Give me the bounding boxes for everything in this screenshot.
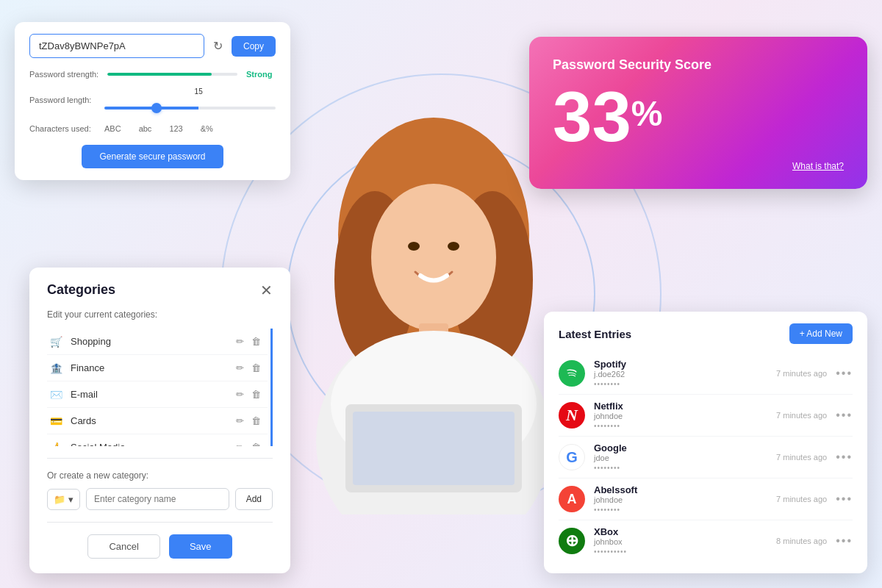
- strength-label: Password strength:: [29, 70, 98, 79]
- cancel-button[interactable]: Cancel: [87, 534, 159, 559]
- xbox-password-dots: ••••••••••: [594, 548, 776, 556]
- char-option-lower: abc: [139, 124, 152, 133]
- category-item-finance: 🏦 Finance ✏ 🗑: [47, 355, 268, 381]
- google-time: 7 minutes ago: [776, 453, 827, 462]
- add-new-button[interactable]: + Add New: [789, 323, 853, 344]
- category-list: 🛒 Shopping ✏ 🗑 🏦 Finance ✏ 🗑 ✉️ E-mail ✏…: [47, 329, 273, 446]
- chars-label: Characters used:: [29, 124, 96, 133]
- save-button[interactable]: Save: [169, 534, 232, 559]
- abelssoft-password-dots: ••••••••: [594, 506, 776, 514]
- edit-email-button[interactable]: ✏: [232, 387, 248, 401]
- add-category-button[interactable]: Add: [235, 488, 273, 510]
- entries-title: Latest Entries: [559, 328, 631, 340]
- footer-divider: [47, 522, 273, 523]
- category-name-social: Social Media: [71, 442, 232, 446]
- social-icon: 👍: [50, 442, 63, 447]
- entry-item-netflix: N Netflix johndoe •••••••• 7 minutes ago…: [559, 395, 853, 437]
- what-is-that-link[interactable]: What is that?: [553, 161, 844, 171]
- entries-header: Latest Entries + Add New: [559, 323, 853, 344]
- char-option-num: 123: [169, 124, 182, 133]
- icon-picker[interactable]: 📁 ▾: [47, 489, 80, 510]
- edit-shopping-button[interactable]: ✏: [232, 334, 248, 348]
- abelssoft-logo: A: [559, 486, 585, 512]
- xbox-name: XBox: [594, 526, 776, 537]
- category-name-shopping: Shopping: [71, 336, 232, 347]
- spotify-user: j.doe262: [594, 370, 776, 379]
- netflix-name: Netflix: [594, 401, 776, 412]
- spotify-logo: [559, 360, 585, 387]
- slider-value-label: 15: [195, 87, 203, 96]
- spotify-time: 7 minutes ago: [776, 369, 827, 378]
- netflix-logo: N: [559, 402, 585, 429]
- modal-close-button[interactable]: ✕: [260, 283, 273, 298]
- google-more-button[interactable]: •••: [836, 451, 853, 464]
- abelssoft-time: 7 minutes ago: [776, 495, 827, 503]
- strength-bar: [107, 73, 237, 76]
- google-info: Google jdoe ••••••••: [594, 442, 776, 472]
- delete-email-button[interactable]: 🗑: [248, 387, 265, 401]
- delete-cards-button[interactable]: 🗑: [248, 414, 265, 428]
- finance-icon: 🏦: [50, 362, 63, 374]
- modal-title: Categories: [47, 282, 115, 298]
- delete-shopping-button[interactable]: 🗑: [248, 334, 265, 348]
- xbox-user: johnbox: [594, 537, 776, 546]
- divider: [47, 458, 273, 459]
- delete-social-button[interactable]: 🗑: [248, 440, 265, 446]
- new-category-row: 📁 ▾ Add: [47, 488, 273, 510]
- edit-finance-button[interactable]: ✏: [232, 361, 248, 375]
- entry-item-xbox: ⊕ XBox johnbox •••••••••• 8 minutes ago …: [559, 520, 853, 562]
- score-number: 33%: [553, 82, 844, 152]
- shopping-icon: 🛒: [50, 336, 63, 348]
- edit-social-button[interactable]: ✏: [232, 440, 248, 446]
- categories-modal: Categories ✕ Edit your current categorie…: [29, 268, 290, 573]
- category-item-cards: 💳 Cards ✏ 🗑: [47, 408, 268, 434]
- category-name-email: E-mail: [71, 389, 232, 400]
- password-generator-card: tZDav8yBWNPe7pA ↻ Copy Password strength…: [15, 22, 290, 180]
- new-category-label: Or create a new category:: [47, 470, 273, 481]
- abelssoft-user: johndoe: [594, 495, 776, 504]
- email-icon: ✉️: [50, 389, 63, 401]
- category-name-cards: Cards: [71, 415, 232, 426]
- char-option-special: &%: [201, 124, 213, 133]
- netflix-time: 7 minutes ago: [776, 411, 827, 420]
- password-input[interactable]: tZDav8yBWNPe7pA: [29, 34, 204, 58]
- svg-point-11: [565, 367, 578, 380]
- svg-point-6: [448, 242, 459, 251]
- edit-cards-button[interactable]: ✏: [232, 414, 248, 428]
- latest-entries-card: Latest Entries + Add New Spotify j.doe26…: [544, 312, 867, 573]
- generate-button[interactable]: Generate secure password: [82, 145, 223, 168]
- spotify-info: Spotify j.doe262 ••••••••: [594, 359, 776, 388]
- xbox-time: 8 minutes ago: [776, 537, 827, 545]
- google-user: jdoe: [594, 453, 776, 462]
- category-name-finance: Finance: [71, 362, 232, 373]
- google-password-dots: ••••••••: [594, 464, 776, 472]
- length-label: Password length:: [29, 96, 96, 104]
- xbox-more-button[interactable]: •••: [836, 534, 853, 548]
- modal-header: Categories ✕: [47, 282, 273, 298]
- spotify-name: Spotify: [594, 359, 776, 370]
- length-slider[interactable]: [104, 107, 276, 110]
- score-percent: %: [631, 96, 663, 132]
- category-name-input[interactable]: [86, 488, 229, 510]
- delete-finance-button[interactable]: 🗑: [248, 361, 265, 375]
- svg-point-4: [371, 184, 496, 331]
- chars-options: ABC abc 123 &%: [104, 124, 213, 133]
- strength-bar-fill: [107, 73, 211, 76]
- svg-rect-10: [353, 412, 514, 485]
- chevron-down-icon: ▾: [68, 494, 74, 505]
- netflix-more-button[interactable]: •••: [836, 409, 853, 422]
- security-score-card: Password Security Score 33% What is that…: [529, 37, 867, 189]
- copy-button[interactable]: Copy: [232, 36, 276, 57]
- svg-point-5: [408, 242, 420, 251]
- category-item-shopping: 🛒 Shopping ✏ 🗑: [47, 329, 268, 355]
- xbox-logo: ⊕: [559, 528, 585, 554]
- score-value: 33: [553, 82, 631, 152]
- category-item-social: 👍 Social Media ✏ 🗑: [47, 434, 268, 446]
- entry-item-spotify: Spotify j.doe262 •••••••• 7 minutes ago …: [559, 353, 853, 395]
- refresh-button[interactable]: ↻: [210, 36, 226, 56]
- spotify-password-dots: ••••••••: [594, 380, 776, 388]
- abelssoft-more-button[interactable]: •••: [836, 492, 853, 506]
- spotify-more-button[interactable]: •••: [836, 367, 853, 380]
- edit-label: Edit your current categories:: [47, 309, 273, 320]
- entry-item-abelssoft: A Abelssoft johndoe •••••••• 7 minutes a…: [559, 478, 853, 520]
